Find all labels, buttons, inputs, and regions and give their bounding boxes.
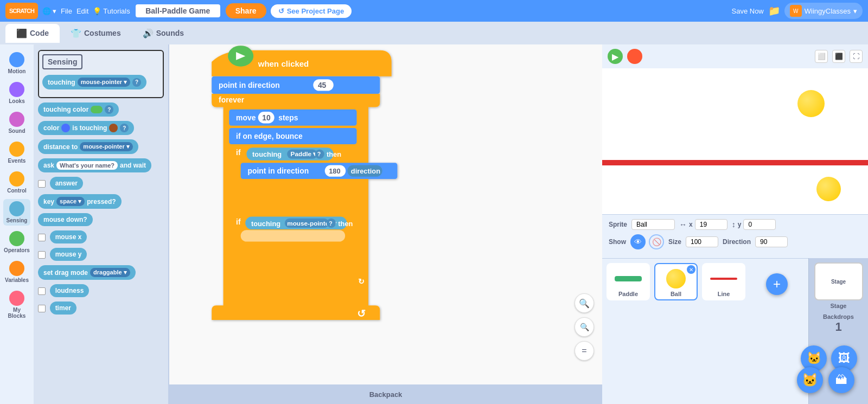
tutorials-link[interactable]: 💡 Tutorials: [93, 7, 130, 15]
sidebar-item-motion[interactable]: Motion: [5, 50, 29, 76]
script-area[interactable]: when clicked point in direction 45 forev…: [169, 44, 602, 404]
svg-text:10: 10: [262, 113, 271, 122]
project-name-input[interactable]: Ball-Paddle Game: [135, 3, 221, 18]
y-input[interactable]: [743, 219, 776, 230]
loudness-block[interactable]: loudness: [50, 284, 90, 297]
sensing-circle: [9, 201, 24, 216]
share-button[interactable]: Share: [226, 3, 266, 18]
stage-sprite-ball-1: [797, 90, 825, 117]
edit-menu[interactable]: Edit: [76, 7, 88, 15]
color-swatch-green[interactable]: [91, 106, 103, 113]
mousex-checkbox[interactable]: [38, 234, 46, 241]
touching-block[interactable]: touching mouse-pointer ▾ ?: [42, 75, 146, 89]
drag-mode-block[interactable]: set drag mode draggable ▾: [38, 265, 136, 280]
language-selector[interactable]: 🌐 ▾: [42, 7, 56, 15]
sidebar-item-operators[interactable]: Operators: [1, 229, 33, 255]
show-visible-button[interactable]: 👁: [630, 234, 646, 249]
top-navigation: SCRATCH 🌐 ▾ File Edit 💡 Tutorials Ball-P…: [0, 0, 868, 22]
svg-text:then: then: [338, 220, 353, 228]
file-menu[interactable]: File: [61, 7, 72, 15]
zoom-reset-icon: =: [582, 346, 586, 356]
touching-block-row: touching mouse-pointer ▾ ?: [42, 75, 159, 89]
blocks-sidebar: Motion Looks Sound Events Control Sensin…: [0, 44, 34, 404]
answer-checkbox[interactable]: [38, 180, 46, 188]
ask-block[interactable]: ask What's your name? and wait: [38, 158, 151, 172]
blocks-panel: Sensing touching mouse-pointer ▾ ? touch…: [34, 44, 169, 404]
scratch-logo[interactable]: SCRATCH: [5, 3, 38, 19]
color-swatch-blue[interactable]: [61, 124, 70, 132]
tab-sounds[interactable]: 🔊 Sounds: [132, 24, 195, 43]
answer-block[interactable]: answer: [50, 177, 83, 190]
sidebar-item-variables[interactable]: Variables: [2, 259, 32, 285]
zoom-out-button[interactable]: 🔍: [575, 317, 594, 337]
distance-to-block[interactable]: distance to mouse-pointer ▾: [38, 139, 138, 154]
loudness-checkbox[interactable]: [38, 287, 46, 295]
mouse-down-block[interactable]: mouse down?: [38, 213, 93, 226]
tab-costumes[interactable]: 👕 Costumes: [60, 24, 132, 43]
normal-stage-button[interactable]: ⬛: [832, 50, 845, 63]
touching-dropdown[interactable]: mouse-pointer ▾: [78, 78, 130, 87]
sidebar-item-control[interactable]: Control: [4, 169, 30, 196]
sprite-thumb-paddle[interactable]: Paddle: [607, 263, 650, 300]
add-sprite-button[interactable]: +: [766, 273, 788, 295]
script-canvas: when clicked point in direction 45 forev…: [169, 44, 602, 404]
svg-text:Paddle ▾: Paddle ▾: [291, 150, 317, 157]
x-input[interactable]: [695, 219, 727, 230]
ball-sprite-delete[interactable]: ✕: [687, 265, 695, 274]
mouse-x-block[interactable]: mouse x: [50, 230, 87, 243]
ask-input[interactable]: What's your name?: [56, 161, 118, 170]
sprite-name-input[interactable]: [631, 219, 675, 230]
folder-icon[interactable]: 📁: [768, 5, 780, 17]
touching-color-question: ?: [105, 105, 113, 114]
green-flag-button[interactable]: ▶: [608, 49, 623, 64]
size-label: Size: [668, 238, 681, 246]
zoom-reset-button[interactable]: =: [575, 341, 594, 361]
user-menu[interactable]: W WiingyClasses ▾: [784, 3, 863, 19]
save-now-button[interactable]: Save Now: [732, 7, 764, 15]
see-project-button[interactable]: ↺ See Project Page: [271, 4, 352, 18]
key-pressed-block[interactable]: key space ▾ pressed?: [38, 194, 122, 209]
sidebar-item-sound[interactable]: Sound: [5, 110, 28, 136]
touching-color-row: touching color ?: [38, 102, 164, 117]
timer-checkbox[interactable]: [38, 305, 46, 312]
svg-text:if: if: [236, 148, 241, 157]
tab-code[interactable]: ⬛ Code: [5, 24, 60, 43]
zoom-in-button[interactable]: 🔍: [575, 293, 594, 313]
sprite-thumb-line[interactable]: Line: [702, 263, 745, 300]
stage-thumb[interactable]: Stage: [814, 262, 863, 300]
costume-icon: 👕: [71, 28, 81, 39]
direction-input[interactable]: [755, 236, 788, 247]
svg-text:touching: touching: [251, 220, 280, 228]
sidebar-item-looks[interactable]: Looks: [5, 80, 28, 106]
color-swatch-brown[interactable]: [109, 124, 118, 132]
stop-button[interactable]: [627, 49, 642, 64]
size-input[interactable]: [686, 236, 718, 247]
sidebar-item-myblocks[interactable]: My Blocks: [2, 288, 31, 321]
distance-dropdown[interactable]: mouse-pointer ▾: [80, 142, 132, 151]
backpack-bar[interactable]: Backpack: [169, 384, 602, 404]
small-stage-button[interactable]: ⬜: [815, 50, 828, 63]
sidebar-item-sensing[interactable]: Sensing: [3, 199, 31, 226]
timer-block[interactable]: timer: [50, 302, 76, 315]
sprite-thumb-ball[interactable]: ✕ Ball: [654, 263, 698, 300]
main-area: Motion Looks Sound Events Control Sensin…: [0, 44, 868, 404]
fullscreen-button[interactable]: ⛶: [850, 50, 863, 63]
mouse-y-block[interactable]: mouse y: [50, 248, 87, 261]
show-toggle: 👁 🚫: [630, 234, 664, 249]
add-backdrop-float-button[interactable]: 🏔: [828, 367, 854, 393]
stage-controls: ▶ ⬜ ⬛ ⛶: [602, 44, 868, 68]
zoom-in-icon: 🔍: [579, 298, 590, 309]
svg-text:clicked: clicked: [282, 59, 309, 68]
add-sprite-float-button[interactable]: 🐱: [797, 367, 823, 393]
touching-color-block[interactable]: touching color ?: [38, 102, 119, 117]
drag-dropdown[interactable]: draggable ▾: [90, 268, 130, 277]
key-dropdown[interactable]: space ▾: [56, 197, 85, 206]
sidebar-item-events[interactable]: Events: [5, 139, 29, 166]
backpack-label: Backpack: [369, 390, 403, 399]
color-touching-block[interactable]: color is touching ?: [38, 121, 134, 135]
svg-text:when: when: [258, 59, 279, 68]
svg-text:180: 180: [329, 167, 340, 175]
cat-float-icon: 🐱: [802, 373, 818, 388]
show-hidden-button[interactable]: 🚫: [649, 234, 664, 249]
mousey-checkbox[interactable]: [38, 251, 46, 259]
